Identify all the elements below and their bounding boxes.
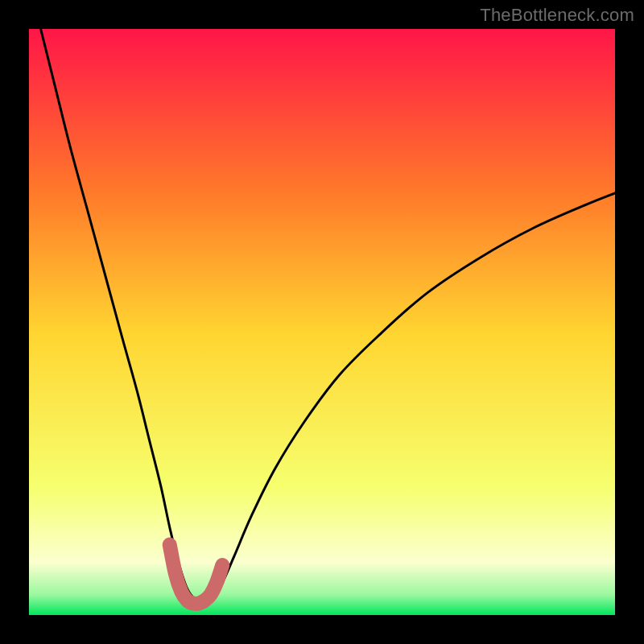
chart-frame: TheBottleneck.com xyxy=(0,0,644,644)
chart-plot-area xyxy=(29,29,615,615)
watermark-text: TheBottleneck.com xyxy=(480,5,634,26)
chart-svg xyxy=(29,29,615,615)
